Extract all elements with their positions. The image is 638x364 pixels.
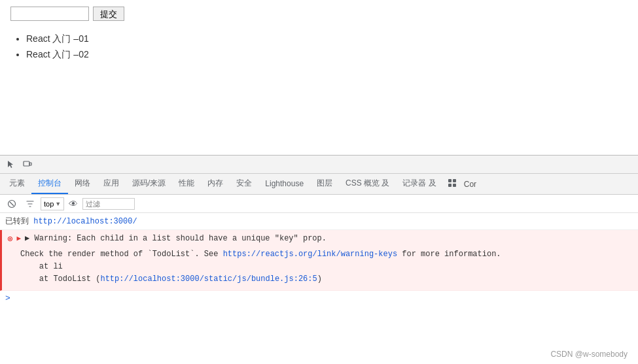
bundle-link[interactable]: http://localhost:3000/static/js/bundle.j…	[100, 274, 317, 284]
devtools-panel: 元素 控制台 网络 应用 源码/来源 性能 内存 安全 Lighthouse 图…	[0, 155, 638, 364]
svg-rect-5	[453, 184, 456, 187]
tab-css-overview[interactable]: CSS 概览 及	[339, 174, 396, 194]
console-error-header: ⊗ ▶ ▶ Warning: Each child in a list shou…	[2, 230, 638, 247]
eye-icon[interactable]: 👁	[67, 199, 80, 209]
svg-line-7	[10, 202, 14, 206]
tab-console[interactable]: 控制台	[31, 174, 68, 194]
expand-error-icon[interactable]: ▶	[16, 234, 21, 242]
stack-line-2: at TodoList (http://localhost:3000/stati…	[20, 273, 633, 286]
top-selector[interactable]: top ▼	[41, 197, 64, 210]
chevron-down-icon: ▼	[55, 201, 61, 207]
error-circle-icon: ⊗	[7, 233, 12, 244]
error-details: Check the render method of `TodoList`. S…	[2, 247, 638, 290]
devtools-top-toolbar	[0, 156, 638, 174]
svg-rect-2	[448, 179, 452, 182]
error-message: ▶ Warning: Each child in a list should h…	[25, 233, 633, 244]
tab-lighthouse[interactable]: Lighthouse	[258, 174, 310, 194]
tab-application[interactable]: 应用	[97, 174, 126, 194]
tab-elements[interactable]: 元素	[3, 174, 31, 194]
input-row: 提交	[10, 7, 628, 21]
top-selector-label: top	[44, 200, 54, 208]
tab-security[interactable]: 安全	[230, 174, 258, 194]
tab-sources[interactable]: 源码/来源	[126, 174, 172, 194]
console-nav-row: 已转到 http://localhost:3000/	[0, 213, 638, 230]
clear-console-icon[interactable]	[4, 196, 20, 212]
tab-network[interactable]: 网络	[68, 174, 97, 194]
tab-performance[interactable]: 性能	[172, 174, 201, 194]
tab-more[interactable]: Cor	[464, 174, 476, 194]
tab-layers[interactable]: 图层	[310, 174, 339, 194]
tab-recorder[interactable]: 记录器 及	[396, 174, 442, 194]
device-icon[interactable]	[20, 157, 35, 173]
svg-rect-4	[448, 184, 452, 187]
console-output: 已转到 http://localhost:3000/ ⊗ ▶ ▶ Warning…	[0, 213, 638, 364]
list-item: React 入门 –02	[26, 47, 628, 63]
text-input[interactable]	[10, 7, 89, 21]
submit-button[interactable]: 提交	[93, 7, 124, 21]
svg-rect-3	[453, 179, 456, 182]
svg-rect-1	[29, 163, 31, 165]
tab-memory[interactable]: 内存	[201, 174, 230, 194]
nav-text: 已转到	[5, 217, 29, 226]
svg-rect-0	[24, 161, 29, 166]
filter-icon[interactable]	[22, 196, 38, 212]
watermark: CSDN @w-somebody	[550, 350, 628, 359]
console-error-block: ⊗ ▶ ▶ Warning: Each child in a list shou…	[0, 230, 638, 291]
main-content: 提交 React 入门 –01 React 入门 –02	[0, 0, 638, 157]
bullet-list: React 入门 –01 React 入门 –02	[10, 31, 628, 63]
console-caret-row[interactable]: >	[0, 291, 638, 306]
check-line: Check the render method of `TodoList`. S…	[20, 248, 633, 261]
list-item: React 入门 –01	[26, 31, 628, 47]
warning-keys-link[interactable]: https://reactjs.org/link/warning-keys	[223, 250, 397, 259]
extensions-icon[interactable]	[443, 174, 461, 192]
inspect-icon[interactable]	[3, 157, 18, 173]
console-toolbar: top ▼ 👁	[0, 195, 638, 213]
filter-input[interactable]	[82, 198, 135, 210]
stack-line-1: at li	[20, 261, 633, 273]
devtools-tabs: 元素 控制台 网络 应用 源码/来源 性能 内存 安全 Lighthouse 图…	[0, 174, 638, 195]
nav-link[interactable]: http://localhost:3000/	[33, 217, 137, 226]
